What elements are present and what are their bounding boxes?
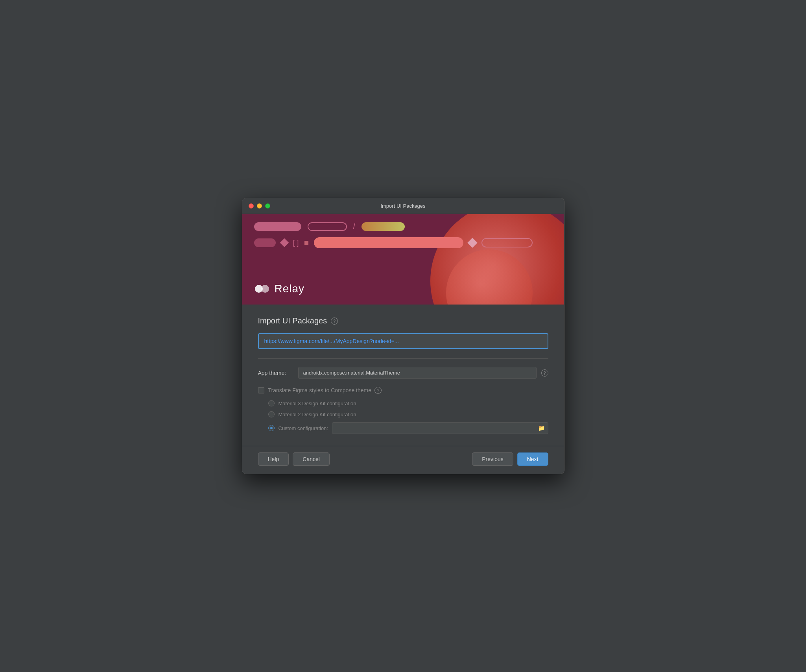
divider	[258, 358, 548, 359]
radio-material2-label: Material 2 Design Kit configuration	[279, 412, 356, 417]
radio-group: Material 3 Design Kit configuration Mate…	[268, 400, 548, 434]
section-title-row: Import UI Packages ?	[258, 316, 548, 325]
maximize-button[interactable]	[265, 203, 270, 209]
cancel-button[interactable]: Cancel	[293, 452, 330, 466]
translate-help-button[interactable]: ?	[374, 387, 382, 394]
footer: Help Cancel Previous Next	[242, 446, 564, 474]
svg-point-1	[261, 285, 269, 293]
banner-pill-gradient	[362, 222, 405, 231]
app-theme-input[interactable]	[298, 367, 537, 379]
relay-logo-text: Relay	[275, 282, 305, 295]
folder-icon[interactable]: 📁	[538, 425, 545, 431]
banner-pill-pink	[254, 222, 301, 231]
radio-row-material3: Material 3 Design Kit configuration	[268, 400, 548, 406]
footer-left: Help Cancel	[258, 452, 330, 466]
banner-pill-outline	[308, 222, 347, 231]
banner: / [ ] Relay	[242, 214, 564, 305]
banner-diamond1	[280, 238, 289, 247]
banner-row1: /	[254, 222, 552, 231]
main-window: Import UI Packages / [ ]	[242, 198, 564, 474]
relay-logo-icon	[254, 281, 270, 297]
title-bar: Import UI Packages	[242, 198, 564, 214]
radio-custom[interactable]	[268, 425, 275, 431]
translate-checkbox-row: Translate Figma styles to Compose theme …	[258, 387, 548, 394]
custom-config-input[interactable]	[336, 425, 538, 431]
url-input-container	[258, 333, 548, 349]
minimize-button[interactable]	[257, 203, 262, 209]
app-theme-label: App theme:	[258, 370, 293, 376]
radio-material3[interactable]	[268, 400, 275, 406]
banner-pill-short	[254, 238, 276, 247]
radio-row-material2: Material 2 Design Kit configuration	[268, 411, 548, 417]
title-help-button[interactable]: ?	[331, 318, 338, 325]
footer-right: Previous Next	[472, 452, 548, 466]
app-theme-row: App theme: ?	[258, 367, 548, 379]
translate-checkbox-label: Translate Figma styles to Compose theme …	[268, 387, 382, 394]
banner-decorators: / [ ]	[242, 214, 564, 256]
translate-checkbox[interactable]	[258, 387, 264, 393]
window-title: Import UI Packages	[380, 203, 425, 209]
traffic-lights	[249, 203, 270, 209]
banner-pill-outline-sm	[481, 238, 533, 247]
next-button[interactable]: Next	[517, 452, 548, 466]
section-title-text: Import UI Packages	[258, 316, 327, 325]
radio-material2[interactable]	[268, 411, 275, 417]
radio-material3-label: Material 3 Design Kit configuration	[279, 401, 356, 406]
help-button[interactable]: Help	[258, 452, 289, 466]
close-button[interactable]	[249, 203, 254, 209]
banner-row2: [ ]	[254, 237, 552, 248]
previous-button[interactable]: Previous	[472, 452, 513, 466]
url-input[interactable]	[258, 333, 548, 349]
banner-diamond2	[467, 238, 477, 247]
banner-slash-icon: /	[353, 222, 356, 231]
banner-bracket-icon: [ ]	[293, 239, 299, 247]
radio-custom-label: Custom configuration:	[279, 425, 328, 431]
radio-row-custom: Custom configuration: 📁	[268, 422, 548, 434]
app-theme-help-button[interactable]: ?	[541, 369, 548, 377]
relay-logo: Relay	[254, 281, 552, 297]
banner-pill-salmon	[314, 237, 463, 248]
custom-config-input-container: 📁	[332, 422, 548, 434]
banner-small-square	[304, 241, 308, 245]
content-area: Import UI Packages ? App theme: ? Transl…	[242, 305, 564, 446]
